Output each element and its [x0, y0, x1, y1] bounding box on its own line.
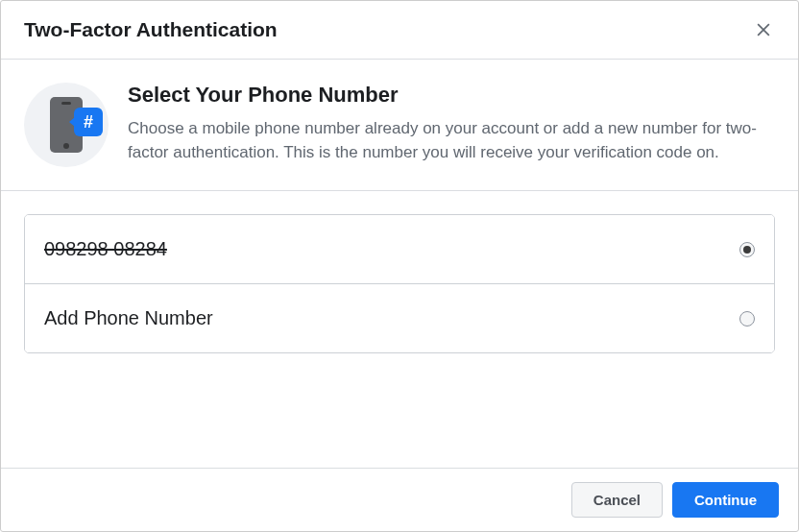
dialog-content: # Select Your Phone Number Choose a mobi…	[1, 60, 798, 468]
two-factor-dialog: Two-Factor Authentication # Select Your …	[0, 0, 799, 532]
option-label: Add Phone Number	[44, 307, 213, 329]
dialog-header: Two-Factor Authentication	[1, 1, 798, 60]
hash-badge-icon: #	[74, 108, 103, 136]
dialog-footer: Cancel Continue	[1, 468, 798, 531]
radio-unselected-icon	[739, 311, 755, 326]
intro-title: Select Your Phone Number	[128, 83, 775, 108]
phone-options: 098298 08284 Add Phone Number	[1, 191, 798, 376]
continue-button[interactable]: Continue	[672, 482, 779, 518]
radio-selected-icon	[739, 242, 755, 257]
intro-text: Select Your Phone Number Choose a mobile…	[128, 83, 775, 167]
dialog-title: Two-Factor Authentication	[24, 18, 278, 41]
close-button[interactable]	[752, 18, 775, 41]
option-label: 098298 08284	[44, 238, 167, 260]
phone-option-add[interactable]: Add Phone Number	[25, 283, 774, 352]
phone-option-existing[interactable]: 098298 08284	[25, 215, 774, 283]
phone-illustration: #	[24, 83, 109, 167]
cancel-button[interactable]: Cancel	[571, 482, 663, 518]
intro-description: Choose a mobile phone number already on …	[128, 117, 775, 164]
intro-section: # Select Your Phone Number Choose a mobi…	[1, 60, 798, 191]
options-box: 098298 08284 Add Phone Number	[24, 214, 775, 353]
close-icon	[754, 20, 773, 39]
